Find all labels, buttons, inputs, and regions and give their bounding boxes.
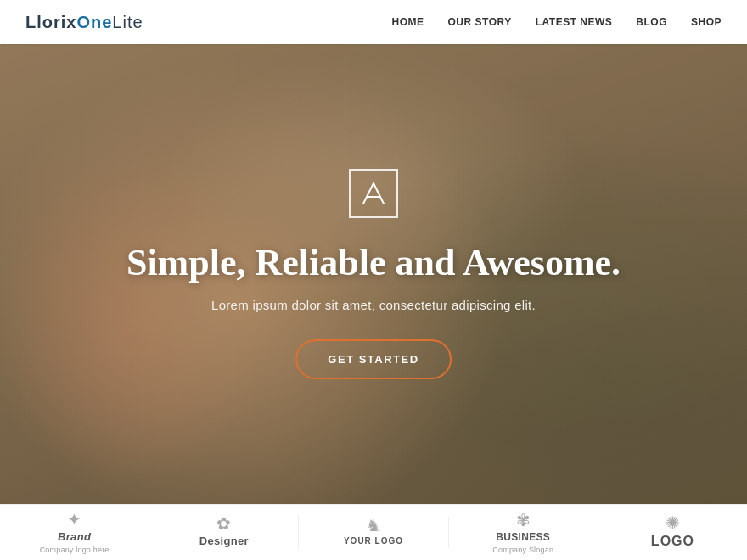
logo-part2: One bbox=[76, 13, 112, 31]
brand-item-4: ✾ BUSINESS Company Slogan bbox=[449, 512, 598, 554]
brand-bar: ✦ Brand Company logo here ✿ Designer ♞ Y… bbox=[0, 504, 747, 560]
brand-icon-3: ♞ bbox=[366, 517, 381, 534]
brand-icon-2: ✿ bbox=[216, 515, 231, 532]
brand-name-4: BUSINESS bbox=[496, 531, 550, 543]
nav-latest-news[interactable]: LATEST NEWS bbox=[536, 16, 613, 28]
brand-name-1: Brand bbox=[58, 530, 91, 543]
hero-icon-box bbox=[349, 169, 398, 218]
brand-icon-4: ✾ bbox=[516, 512, 531, 529]
brand-name-3: YOUR LOGO bbox=[344, 536, 403, 546]
brand-item-5: ✺ LOGO bbox=[598, 514, 747, 552]
logo-part3: Lite bbox=[112, 13, 143, 31]
brand-icon-1: ✦ bbox=[67, 511, 81, 528]
hero-a-icon bbox=[360, 180, 387, 207]
nav-our-story[interactable]: OUR STORY bbox=[448, 16, 512, 28]
brand-icon-5: ✺ bbox=[666, 514, 680, 531]
get-started-button[interactable]: GET STARTED bbox=[295, 339, 451, 379]
hero-content: Simple, Reliable and Awesome. Lorem ipsu… bbox=[110, 169, 637, 380]
nav-shop[interactable]: SHOP bbox=[691, 16, 722, 28]
brand-tagline-4: Company Slogan bbox=[492, 546, 553, 554]
brand-item-1: ✦ Brand Company logo here bbox=[0, 511, 149, 554]
nav-blog[interactable]: BLOG bbox=[636, 16, 667, 28]
brand-item-2: ✿ Designer bbox=[149, 515, 299, 550]
header: LlorixOneLite HOME OUR STORY LATEST NEWS… bbox=[0, 0, 747, 44]
main-nav: HOME OUR STORY LATEST NEWS BLOG SHOP bbox=[392, 16, 722, 28]
logo-part1: Llorix bbox=[25, 13, 76, 31]
brand-tagline-1: Company logo here bbox=[40, 546, 110, 554]
brand-name-2: Designer bbox=[199, 535, 249, 547]
nav-home[interactable]: HOME bbox=[392, 16, 424, 28]
site-logo[interactable]: LlorixOneLite bbox=[25, 13, 143, 32]
hero-title: Simple, Reliable and Awesome. bbox=[126, 242, 621, 285]
brand-item-3: ♞ YOUR LOGO bbox=[299, 517, 448, 548]
hero-section: Simple, Reliable and Awesome. Lorem ipsu… bbox=[0, 44, 747, 504]
brand-name-5: LOGO bbox=[651, 534, 694, 549]
hero-subtitle: Lorem ipsum dolor sit amet, consectetur … bbox=[126, 298, 621, 312]
